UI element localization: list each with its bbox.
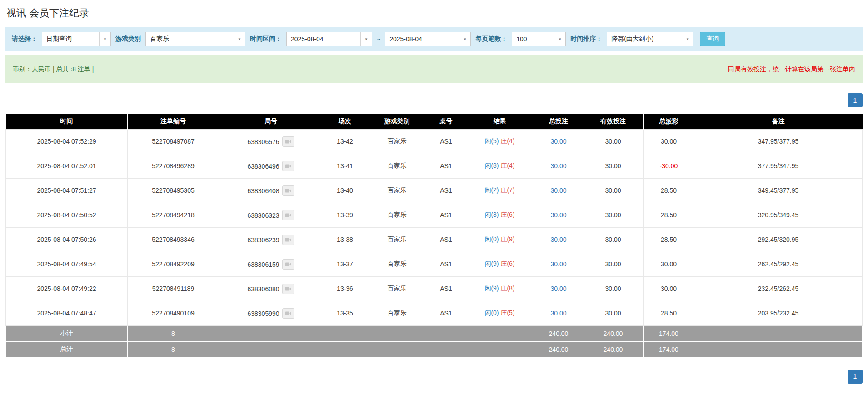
chevron-down-icon[interactable]: ▼ <box>554 32 565 46</box>
cell-bet-id: 522708496289 <box>128 154 219 178</box>
cell-round-id: 638306576 <box>219 129 323 154</box>
cell-time: 2025-08-04 07:49:22 <box>6 276 128 301</box>
column-header: 结果 <box>465 114 534 129</box>
page-button-1[interactable]: 1 <box>848 370 863 384</box>
total-total-bet: 240.00 <box>534 341 583 357</box>
cell-session: 13-37 <box>323 252 367 276</box>
bet-record-row: 2025-08-04 07:49:22522708491189638306080… <box>6 276 863 301</box>
game-type-label: 游戏类别 <box>115 35 141 43</box>
page-size-select[interactable]: 100 ▼ <box>512 32 566 46</box>
bet-record-row: 2025-08-04 07:51:27522708495305638306408… <box>6 178 863 203</box>
cell-time: 2025-08-04 07:50:26 <box>6 227 128 252</box>
page-button-1[interactable]: 1 <box>848 93 863 107</box>
total-bet-link[interactable]: 30.00 <box>550 138 566 145</box>
round-id-text: 638305990 <box>247 310 279 317</box>
chevron-down-icon[interactable]: ▼ <box>360 32 372 46</box>
subtotal-empty-cell <box>427 325 465 341</box>
page-size-label: 每页笔数： <box>475 35 507 43</box>
sort-order-select[interactable]: 降冪(由大到小) ▼ <box>607 32 693 46</box>
result-player: 闲(9) <box>484 260 499 267</box>
cell-note: 292.45/320.95 <box>694 227 863 252</box>
cell-bet-id: 522708492209 <box>128 252 219 276</box>
date-range-separator: ~ <box>377 35 380 43</box>
cell-time: 2025-08-04 07:48:47 <box>6 301 128 325</box>
total-label: 总计 <box>6 341 128 357</box>
cell-result: 闲(0) 庄(5) <box>465 301 534 325</box>
cell-table-no: AS1 <box>427 227 465 252</box>
cell-total-bet: 30.00 <box>534 129 583 154</box>
video-replay-icon[interactable] <box>282 235 294 245</box>
cell-session: 13-35 <box>323 301 367 325</box>
cell-note: 347.95/377.95 <box>694 129 863 154</box>
total-count: 8 <box>128 341 219 357</box>
total-bet-link[interactable]: 30.00 <box>550 236 566 243</box>
chevron-down-icon[interactable]: ▼ <box>682 32 693 46</box>
cell-session: 13-40 <box>323 178 367 203</box>
sort-order-label: 时间排序： <box>570 35 602 43</box>
cell-note: 377.95/347.95 <box>694 154 863 178</box>
video-replay-icon[interactable] <box>282 136 294 147</box>
video-replay-icon[interactable] <box>282 185 294 196</box>
cell-payout: 30.00 <box>644 276 694 301</box>
total-bet-link[interactable]: 30.00 <box>550 162 566 170</box>
cell-valid-bet: 30.00 <box>583 252 644 276</box>
table-header-row: 时间注单编号局号场次游戏类别桌号结果总投注有效投注总派彩备注 <box>6 114 863 129</box>
cell-valid-bet: 30.00 <box>583 154 644 178</box>
video-replay-icon[interactable] <box>282 161 294 171</box>
total-bet-link[interactable]: 30.00 <box>550 285 566 292</box>
pagination-bottom: 1 <box>5 370 863 384</box>
result-player: 闲(2) <box>484 186 499 194</box>
date-from-value: 2025-08-04 <box>287 32 360 46</box>
result-banker: 庄(4) <box>500 137 514 145</box>
cell-valid-bet: 30.00 <box>583 276 644 301</box>
round-id-text: 638306408 <box>247 187 279 194</box>
cell-table-no: AS1 <box>427 154 465 178</box>
cell-game-type: 百家乐 <box>367 129 427 154</box>
column-header: 总投注 <box>534 114 583 129</box>
cell-valid-bet: 30.00 <box>583 227 644 252</box>
cell-payout: -30.00 <box>644 154 694 178</box>
total-empty-cell <box>694 341 863 357</box>
result-player: 闲(8) <box>484 162 499 169</box>
cell-valid-bet: 30.00 <box>583 203 644 227</box>
cell-table-no: AS1 <box>427 129 465 154</box>
cell-bet-id: 522708497087 <box>128 129 219 154</box>
total-bet-link[interactable]: 30.00 <box>550 310 566 317</box>
round-id-text: 638306159 <box>247 260 279 268</box>
result-player: 闲(3) <box>484 211 499 218</box>
cell-result: 闲(3) 庄(6) <box>465 203 534 227</box>
result-banker: 庄(6) <box>500 211 514 218</box>
cell-total-bet: 30.00 <box>534 203 583 227</box>
total-bet-link[interactable]: 30.00 <box>550 211 566 219</box>
result-banker: 庄(5) <box>500 309 514 316</box>
video-replay-icon[interactable] <box>282 308 294 319</box>
bet-record-row: 2025-08-04 07:50:26522708493346638306239… <box>6 227 863 252</box>
date-to-select[interactable]: 2025-08-04 ▼ <box>385 32 471 46</box>
result-banker: 庄(4) <box>500 162 514 169</box>
video-replay-icon[interactable] <box>282 284 294 294</box>
date-from-select[interactable]: 2025-08-04 ▼ <box>286 32 372 46</box>
chevron-down-icon[interactable]: ▼ <box>234 32 245 46</box>
total-bet-link[interactable]: 30.00 <box>550 187 566 194</box>
column-header: 局号 <box>219 114 323 129</box>
video-replay-icon[interactable] <box>282 210 294 220</box>
cell-result: 闲(2) 庄(7) <box>465 178 534 203</box>
sort-order-value: 降冪(由大到小) <box>607 32 682 46</box>
search-button[interactable]: 查询 <box>700 32 725 46</box>
chevron-down-icon[interactable]: ▼ <box>459 32 470 46</box>
payout-value: 30.00 <box>661 285 677 292</box>
result-player: 闲(9) <box>484 285 499 292</box>
chevron-down-icon[interactable]: ▼ <box>99 32 110 46</box>
cell-game-type: 百家乐 <box>367 301 427 325</box>
game-type-select[interactable]: 百家乐 ▼ <box>145 32 245 46</box>
bet-record-row: 2025-08-04 07:49:54522708492209638306159… <box>6 252 863 276</box>
cell-note: 320.95/349.45 <box>694 203 863 227</box>
video-replay-icon[interactable] <box>282 259 294 270</box>
cell-game-type: 百家乐 <box>367 276 427 301</box>
round-id-text: 638306323 <box>247 211 279 219</box>
query-type-select[interactable]: 日期查询 ▼ <box>42 32 111 46</box>
round-id-text: 638306576 <box>247 138 279 145</box>
total-bet-link[interactable]: 30.00 <box>550 260 566 268</box>
cell-note: 203.95/232.45 <box>694 301 863 325</box>
subtotal-label: 小计 <box>6 325 128 341</box>
